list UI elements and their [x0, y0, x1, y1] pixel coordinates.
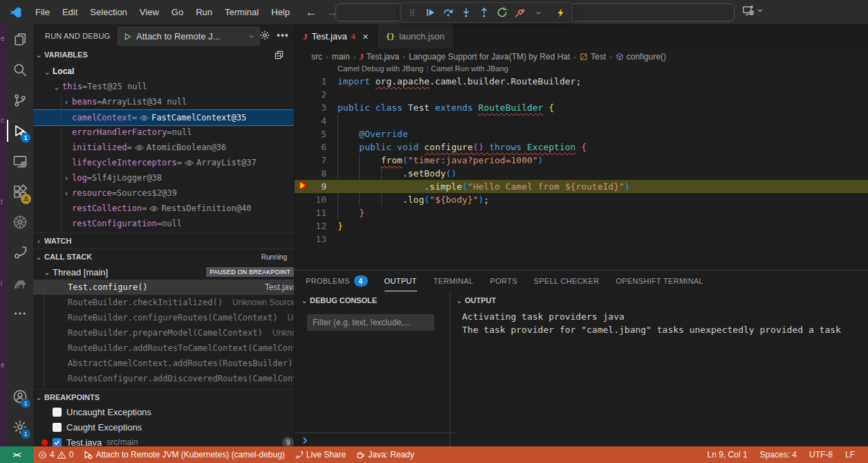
code-line-8[interactable]: 8 .setBody(): [295, 167, 868, 180]
activity-run-and-debug[interactable]: 1: [7, 116, 33, 146]
back-arrow-icon[interactable]: ←: [306, 6, 317, 19]
line-number[interactable]: 13: [295, 233, 326, 246]
code-line-3[interactable]: 3public class Test extends RouteBuilder …: [295, 101, 868, 114]
session-chooser-button[interactable]: [530, 5, 546, 20]
panel-splitter[interactable]: [450, 291, 450, 447]
menu-selection[interactable]: Selection: [84, 0, 133, 24]
breadcrumb-item[interactable]: src: [311, 52, 322, 62]
hot-code-replace-button[interactable]: [553, 5, 568, 20]
variable-row-restConfiguration[interactable]: restConfiguration = null: [33, 216, 295, 231]
panel-tab-ports[interactable]: PORTS: [490, 271, 517, 291]
stack-frame-row[interactable]: RoutesConfigurer.addDiscoveredRoutes(Cam…: [33, 371, 295, 386]
close-icon[interactable]: ×: [362, 30, 369, 42]
debug-console-header[interactable]: ⌄ DEBUG CONSOLE: [299, 291, 377, 309]
watch-section-header[interactable]: ›WATCH: [33, 233, 294, 248]
lazy-eval-eye-icon[interactable]: [185, 158, 194, 167]
variables-scope-local[interactable]: ⌄Local: [33, 64, 295, 79]
menu-help[interactable]: Help: [265, 0, 296, 24]
code-line-7[interactable]: 7 from("timer:java?period=1000"): [295, 154, 868, 167]
codelens-camel-debug-link[interactable]: Camel Debug with JBang: [338, 64, 423, 73]
activity-explorer[interactable]: [7, 24, 33, 55]
breakpoint-paused-icon[interactable]: [297, 180, 308, 191]
stack-frame-row[interactable]: RouteBuilder.checkInitialized()Unknown S…: [33, 295, 295, 310]
code-line-11[interactable]: 11 }: [295, 206, 868, 219]
code-line-5[interactable]: 5 @Override: [295, 127, 868, 140]
breakpoints-section-header[interactable]: ⌄BREAKPOINTS: [33, 389, 294, 405]
breadcrumb-item[interactable]: Test: [580, 52, 606, 62]
stack-frame-row[interactable]: RouteBuilder.addRoutesToCamelContext(Cam…: [33, 341, 295, 356]
thread-row[interactable]: ⌄Thread [main]PAUSED ON BREAKPOINT: [33, 264, 295, 280]
line-number[interactable]: 1: [295, 75, 326, 88]
code-line-2[interactable]: 2: [295, 88, 868, 101]
variable-row-beans[interactable]: ›beans = ArrayList@34 null: [33, 94, 295, 109]
status-problems[interactable]: 40: [33, 446, 78, 463]
code-line-12[interactable]: 12}: [295, 219, 868, 233]
line-number[interactable]: 4: [295, 114, 326, 127]
panel-tab-terminal[interactable]: TERMINAL: [434, 271, 474, 291]
step-out-button[interactable]: [477, 5, 492, 20]
collapse-all-icon[interactable]: [274, 50, 284, 60]
breakpoint-row[interactable]: Caught Exceptions: [33, 419, 295, 435]
more-actions-icon[interactable]: •••: [277, 30, 289, 41]
line-number[interactable]: 5: [295, 127, 326, 140]
line-number[interactable]: 3: [295, 101, 326, 114]
status-java-status[interactable]: Java: Ready: [351, 446, 419, 463]
debug-console-filter-input[interactable]: [307, 314, 434, 331]
activity-accounts[interactable]: 1: [7, 381, 33, 412]
step-into-button[interactable]: [459, 5, 474, 20]
activity-extensions[interactable]: ⚠: [7, 176, 33, 207]
lazy-eval-eye-icon[interactable]: [135, 143, 144, 152]
menu-go[interactable]: Go: [165, 0, 190, 24]
status-right-3[interactable]: LF: [839, 446, 861, 463]
status-right-2[interactable]: UTF-8: [803, 446, 839, 463]
menu-file[interactable]: File: [29, 0, 56, 24]
drag-handle-button[interactable]: [405, 5, 420, 20]
panel-tab-problems[interactable]: PROBLEMS4: [306, 271, 368, 291]
code-editor[interactable]: Camel Debug with JBang|Camel Run with JB…: [295, 64, 868, 270]
code-line-10[interactable]: 10 .log("${body}");: [295, 193, 868, 206]
breadcrumb-item[interactable]: main: [332, 52, 350, 62]
panel-tab-spell-checker[interactable]: SPELL CHECKER: [534, 271, 600, 291]
breadcrumb-item[interactable]: configure(): [616, 52, 666, 62]
continue-button[interactable]: [423, 5, 438, 20]
tab-test-java[interactable]: JTest.java4×: [295, 24, 378, 48]
menu-run[interactable]: Run: [190, 0, 219, 24]
menu-view[interactable]: View: [133, 0, 165, 24]
variable-row-errorHandlerFactory[interactable]: errorHandlerFactory = null: [33, 125, 295, 140]
step-over-button[interactable]: [441, 5, 456, 20]
code-line-4[interactable]: 4: [295, 114, 868, 127]
chevron-down-icon[interactable]: [756, 6, 764, 15]
stack-frame-row[interactable]: RouteBuilder.configureRoutes(CamelContex…: [33, 310, 295, 325]
menu-edit[interactable]: Edit: [56, 0, 84, 24]
activity-search[interactable]: [7, 55, 33, 85]
variable-row-lifecycleInterceptors[interactable]: lifecycleInterceptors = ArrayList@37: [33, 155, 295, 170]
restart-button[interactable]: [495, 5, 510, 20]
code-line-6[interactable]: 6 public void configure() throws Excepti…: [295, 140, 868, 154]
variable-row-log[interactable]: ›log = Slf4jLogger@38: [33, 170, 295, 185]
line-number[interactable]: 7: [295, 154, 326, 167]
status-right-0[interactable]: Ln 9, Col 1: [701, 446, 754, 463]
code-line-9[interactable]: 9 .simple("Hello Camel from ${routeId}"): [295, 180, 868, 193]
variables-section-header[interactable]: ⌄VARIABLES: [33, 47, 294, 62]
output-pane-header[interactable]: ⌄ OUTPUT: [454, 291, 496, 309]
activity-camel[interactable]: [7, 268, 33, 298]
status-debug-session[interactable]: Attach to Remote JVM (Kubernetes) (camel…: [78, 446, 289, 463]
lazy-eval-eye-icon[interactable]: [140, 114, 149, 122]
call-stack-section-header[interactable]: ⌄CALL STACKRunning: [33, 248, 294, 264]
customize-layout-icon[interactable]: [742, 4, 755, 17]
breakpoint-row[interactable]: Test.javasrc/main9: [33, 435, 295, 446]
launch-config-dropdown[interactable]: Attach to Remote J...: [118, 27, 260, 46]
activity-source-control[interactable]: [7, 85, 33, 116]
checkbox-checked[interactable]: [53, 438, 62, 447]
checkbox-unchecked[interactable]: [53, 408, 62, 417]
stack-frame-row[interactable]: RouteBuilder.prepareModel(CamelContext)U…: [33, 325, 295, 341]
checkbox-unchecked[interactable]: [53, 423, 62, 432]
panel-tab-openshift-terminal[interactable]: OPENSHIFT TERMINAL: [616, 271, 703, 291]
line-number[interactable]: 8: [295, 167, 326, 180]
line-number[interactable]: 2: [295, 88, 326, 101]
status-live-share[interactable]: Live Share: [290, 446, 351, 463]
activity-remote-explorer[interactable]: [7, 146, 33, 176]
breadcrumb-item[interactable]: Language Support for Java(TM) by Red Hat: [409, 52, 570, 62]
stack-frame-row[interactable]: Test.configure()Test.java9:1: [33, 280, 295, 295]
menu-terminal[interactable]: Terminal: [219, 0, 265, 24]
